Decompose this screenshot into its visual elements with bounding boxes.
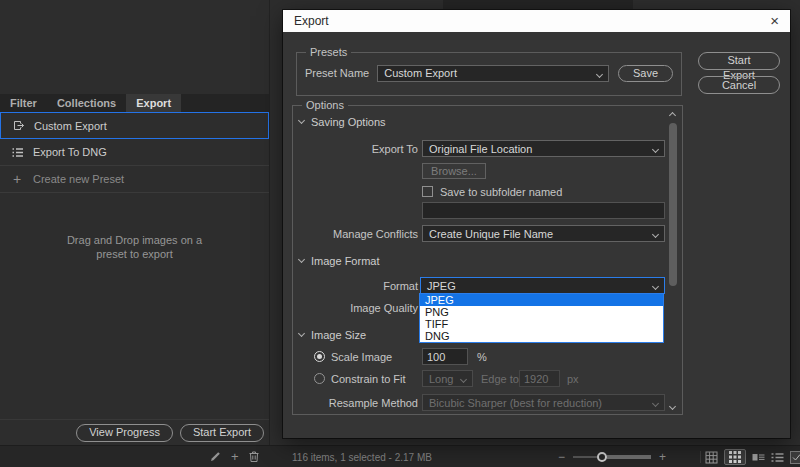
cancel-button[interactable]: Cancel xyxy=(698,76,780,94)
export-to-label: Export To xyxy=(293,143,418,155)
px-label: px xyxy=(567,373,579,385)
toolbar-divider xyxy=(700,451,701,463)
scale-image-radio[interactable] xyxy=(314,351,325,362)
browse-button[interactable]: Browse... xyxy=(422,163,486,179)
format-option-tiff[interactable]: TIFF xyxy=(420,318,663,330)
tab-collections[interactable]: Collections xyxy=(47,94,126,112)
scroll-down-icon[interactable] xyxy=(669,403,676,410)
preset-item-custom-export[interactable]: Custom Export xyxy=(0,112,269,139)
constrain-dimension-select[interactable]: Long xyxy=(422,370,473,387)
tab-filter[interactable]: Filter xyxy=(0,94,47,112)
preset-name-value: Custom Export xyxy=(384,67,457,79)
manage-conflicts-value: Create Unique File Name xyxy=(429,228,553,240)
drop-hint-line: Drag and Drop images on a xyxy=(0,233,269,247)
background-toolbar-strip xyxy=(443,0,633,9)
chevron-down-icon xyxy=(652,231,659,238)
grid-outline-view-icon[interactable] xyxy=(705,451,718,464)
subfolder-checkbox[interactable] xyxy=(422,186,433,197)
left-panel: Filter Collections Export Custom Export xyxy=(0,0,270,445)
preset-name-row: Preset Name Custom Export Save xyxy=(305,64,673,82)
percent-label: % xyxy=(477,351,487,363)
scale-percent-input[interactable] xyxy=(422,348,468,365)
edge-pixels-input[interactable] xyxy=(519,370,560,387)
drop-hint-line: preset to export xyxy=(0,247,269,261)
image-size-header[interactable]: Image Size xyxy=(299,329,366,341)
dialog-title: Export xyxy=(294,14,329,28)
constrain-dimension-value: Long xyxy=(429,373,453,385)
save-button[interactable]: Save xyxy=(618,65,673,82)
start-export-button[interactable]: Start Export xyxy=(698,52,780,70)
format-value: JPEG xyxy=(427,280,456,292)
image-quality-label: Image Quality xyxy=(293,302,418,314)
select-all-checkbox-icon[interactable] xyxy=(790,451,800,464)
export-dialog: Export × Start Export Cancel Presets Pre… xyxy=(283,10,790,438)
preset-item-label: Create new Preset xyxy=(33,173,124,185)
format-option-dng[interactable]: DNG xyxy=(420,330,663,342)
export-icon xyxy=(11,119,25,132)
preset-item-label: Export To DNG xyxy=(33,146,107,158)
list-icon xyxy=(10,146,24,159)
left-tabbar: Filter Collections Export xyxy=(0,94,269,112)
zoom-slider[interactable] xyxy=(573,452,651,462)
options-scrollbar[interactable] xyxy=(667,109,679,413)
resample-method-value: Bicubic Sharper (best for reduction) xyxy=(429,397,602,409)
close-icon[interactable]: × xyxy=(770,14,779,28)
app-root: Filter Collections Export Custom Export xyxy=(0,0,800,467)
edge-to-label: Edge to xyxy=(481,373,519,385)
chevron-down-icon xyxy=(596,70,603,77)
chevron-down-icon xyxy=(652,400,659,407)
panel-start-export-button[interactable]: Start Export xyxy=(180,424,264,442)
drop-hint: Drag and Drop images on a preset to expo… xyxy=(0,233,269,261)
subfolder-name-input[interactable] xyxy=(422,202,665,219)
options-group: Options Saving Options Export To Origina… xyxy=(292,105,683,415)
resample-method-select[interactable]: Bicubic Sharper (best for reduction) xyxy=(422,394,665,411)
export-to-value: Original File Location xyxy=(429,143,532,155)
preset-edit-toolbar: + xyxy=(210,446,259,467)
format-option-jpeg[interactable]: JPEG xyxy=(420,294,663,306)
plus-icon: + xyxy=(10,174,24,184)
subfolder-checkbox-label: Save to subfolder named xyxy=(440,186,562,198)
dialog-titlebar: Export × xyxy=(283,10,790,32)
trash-icon[interactable] xyxy=(249,451,259,464)
image-format-title: Image Format xyxy=(311,255,379,267)
bottom-status-bar: + 116 items, 1 selected - 2.17 MB − + xyxy=(0,445,800,467)
left-panel-footer: View Progress Start Export xyxy=(0,419,269,445)
presets-group: Presets Preset Name Custom Export Save xyxy=(296,52,682,96)
edit-pencil-icon[interactable] xyxy=(210,451,221,464)
zoom-in-icon[interactable]: + xyxy=(659,451,666,463)
scrollbar-thumb[interactable] xyxy=(669,123,677,286)
zoom-slider-handle[interactable] xyxy=(597,452,607,462)
preset-name-select[interactable]: Custom Export xyxy=(377,65,609,82)
view-progress-button[interactable]: View Progress xyxy=(76,424,173,442)
scroll-up-icon[interactable] xyxy=(669,112,676,119)
manage-conflicts-select[interactable]: Create Unique File Name xyxy=(422,225,665,242)
add-icon[interactable]: + xyxy=(231,452,239,462)
format-label: Format xyxy=(293,280,418,292)
status-text: 116 items, 1 selected - 2.17 MB xyxy=(292,452,432,463)
preset-item-export-to-dng[interactable]: Export To DNG xyxy=(0,139,269,166)
grid-view-icon[interactable] xyxy=(724,449,746,465)
preset-name-label: Preset Name xyxy=(305,67,369,79)
saving-options-title: Saving Options xyxy=(311,116,386,128)
saving-options-header[interactable]: Saving Options xyxy=(299,116,386,128)
format-option-png[interactable]: PNG xyxy=(420,306,663,318)
zoom-slider-fill xyxy=(607,455,651,459)
thumbnail-detail-view-icon[interactable] xyxy=(752,452,765,463)
constrain-to-fit-radio[interactable] xyxy=(314,373,325,384)
chevron-down-icon xyxy=(298,330,305,337)
format-select[interactable]: JPEG xyxy=(420,277,665,294)
export-to-select[interactable]: Original File Location xyxy=(422,140,665,157)
preset-item-label: Custom Export xyxy=(34,120,107,132)
image-size-title: Image Size xyxy=(311,329,366,341)
options-legend: Options xyxy=(302,99,348,111)
chevron-down-icon xyxy=(460,376,467,383)
tab-export[interactable]: Export xyxy=(126,94,181,112)
chevron-down-icon xyxy=(652,283,659,290)
view-mode-toolbar xyxy=(705,446,800,467)
chevron-down-icon xyxy=(652,146,659,153)
thumbnail-zoom-control: − + xyxy=(558,446,666,467)
preset-item-create-new[interactable]: + Create new Preset xyxy=(0,166,269,193)
image-format-header[interactable]: Image Format xyxy=(299,255,379,267)
zoom-out-icon[interactable]: − xyxy=(558,451,565,463)
list-view-icon[interactable] xyxy=(771,452,784,463)
